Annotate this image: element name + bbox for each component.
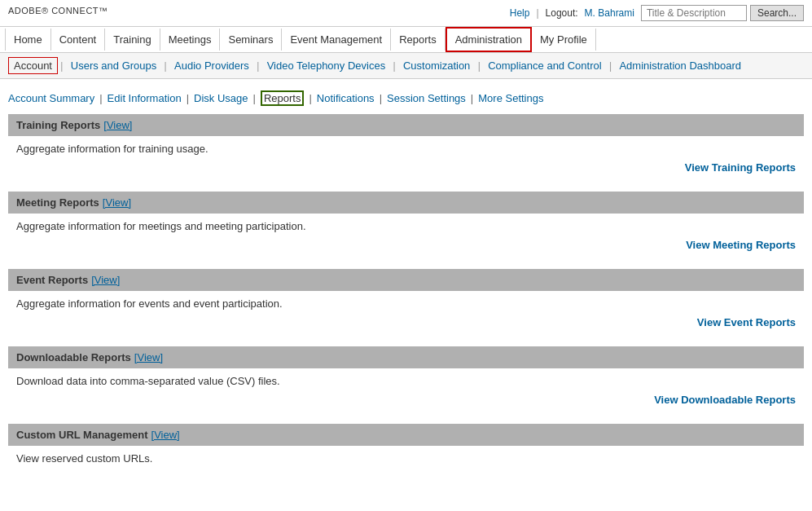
top-bar: ADOBE® CONNECT™ Help | Logout: M. Bahram…: [0, 0, 812, 27]
meeting-reports-description: Aggregate information for meetings and m…: [8, 214, 804, 236]
event-reports-header: Event Reports [View]: [8, 269, 804, 291]
view-downloadable-reports-link[interactable]: View Downloadable Reports: [654, 394, 796, 406]
training-reports-section: Training Reports [View] Aggregate inform…: [8, 114, 804, 178]
downloadable-reports-description: Download data into comma-separated value…: [8, 368, 804, 390]
nav-seminars[interactable]: Seminars: [220, 29, 282, 51]
pn-sep5: |: [380, 92, 382, 104]
subnav-account[interactable]: Account: [8, 57, 58, 74]
custom-url-header: Custom URL Management [View]: [8, 424, 804, 446]
custom-url-title: Custom URL Management: [16, 429, 148, 441]
subnav-audio-providers[interactable]: Audio Providers: [169, 58, 254, 73]
search-area: Search...: [641, 5, 804, 21]
downloadable-reports-view-link[interactable]: [View]: [134, 351, 163, 363]
user-link[interactable]: M. Bahrami: [585, 7, 634, 19]
pn-sep3: |: [253, 92, 256, 104]
sep-4: |: [390, 60, 398, 72]
pagenav-session-settings[interactable]: Session Settings: [387, 92, 466, 104]
nav-home[interactable]: Home: [5, 29, 51, 51]
logout-label: Logout:: [546, 7, 578, 19]
custom-url-section: Custom URL Management [View] View reserv…: [8, 424, 804, 468]
nav-reports[interactable]: Reports: [391, 29, 446, 51]
logo: ADOBE® CONNECT™: [8, 6, 108, 21]
downloadable-reports-section: Downloadable Reports [View] Download dat…: [8, 346, 804, 411]
meeting-reports-header: Meeting Reports [View]: [8, 192, 804, 214]
meeting-reports-view-link[interactable]: [View]: [103, 196, 131, 209]
nav-administration[interactable]: Administration: [446, 27, 532, 52]
pagenav-edit-information[interactable]: Edit Information: [108, 92, 182, 104]
meeting-reports-section: Meeting Reports [View] Aggregate informa…: [8, 192, 804, 256]
subnav-admin-dashboard[interactable]: Administration Dashboard: [614, 58, 746, 73]
view-training-reports-link[interactable]: View Training Reports: [685, 161, 796, 174]
meeting-reports-link-area: View Meeting Reports: [8, 236, 804, 256]
nav-content[interactable]: Content: [51, 29, 106, 51]
training-reports-link-area: View Training Reports: [8, 158, 804, 178]
pn-sep1: |: [99, 92, 102, 104]
nav-meetings[interactable]: Meetings: [160, 29, 221, 51]
pagenav-more-settings[interactable]: More Settings: [478, 92, 543, 104]
search-button[interactable]: Search...: [750, 5, 804, 21]
search-input[interactable]: [641, 5, 747, 21]
meeting-reports-title: Meeting Reports: [16, 196, 99, 209]
sep-1: |: [58, 60, 66, 72]
training-reports-view-link[interactable]: [View]: [103, 119, 132, 131]
pagenav-account-summary[interactable]: Account Summary: [8, 92, 94, 104]
view-meeting-reports-link[interactable]: View Meeting Reports: [686, 239, 796, 251]
pn-sep2: |: [187, 92, 189, 104]
nav-training[interactable]: Training: [105, 29, 160, 51]
nav-event-management[interactable]: Event Management: [282, 29, 391, 51]
training-reports-description: Aggregate information for training usage…: [8, 136, 804, 158]
help-link[interactable]: Help: [510, 7, 530, 19]
event-reports-title: Event Reports: [16, 274, 88, 286]
subnav-customization[interactable]: Customization: [398, 58, 475, 73]
event-reports-section: Event Reports [View] Aggregate informati…: [8, 269, 804, 333]
training-reports-title: Training Reports: [16, 119, 100, 131]
pn-sep4: |: [309, 92, 311, 104]
nav-my-profile[interactable]: My Profile: [532, 29, 596, 51]
pagenav-notifications[interactable]: Notifications: [317, 92, 375, 104]
sep-3: |: [254, 60, 262, 72]
subnav-compliance[interactable]: Compliance and Control: [483, 58, 606, 73]
event-reports-view-link[interactable]: [View]: [91, 274, 120, 286]
custom-url-description: View reserved custom URLs.: [8, 446, 804, 468]
sub-nav: Account | Users and Groups | Audio Provi…: [0, 53, 812, 79]
training-reports-header: Training Reports [View]: [8, 114, 804, 136]
event-reports-link-area: View Event Reports: [8, 313, 804, 333]
sep-2: |: [161, 60, 169, 72]
pagenav-reports[interactable]: Reports: [261, 90, 305, 106]
custom-url-view-link[interactable]: [View]: [151, 429, 180, 441]
separator-1: |: [536, 7, 538, 19]
pn-sep6: |: [471, 92, 473, 104]
view-event-reports-link[interactable]: View Event Reports: [697, 316, 796, 328]
downloadable-reports-header: Downloadable Reports [View]: [8, 346, 804, 368]
pagenav-disk-usage[interactable]: Disk Usage: [194, 92, 248, 104]
content-area: Account Summary | Edit Information | Dis…: [0, 79, 812, 489]
page-nav: Account Summary | Edit Information | Dis…: [0, 79, 812, 114]
logo-text: ADOBE® CONNECT™: [8, 6, 108, 15]
downloadable-reports-link-area: View Downloadable Reports: [8, 390, 804, 411]
event-reports-description: Aggregate information for events and eve…: [8, 291, 804, 313]
top-right-area: Help | Logout: M. Bahrami Search...: [510, 5, 804, 21]
downloadable-reports-title: Downloadable Reports: [16, 351, 131, 363]
sep-5: |: [475, 60, 483, 72]
main-nav: Home Content Training Meetings Seminars …: [0, 27, 812, 53]
subnav-users-groups[interactable]: Users and Groups: [66, 58, 162, 73]
subnav-video-telephony[interactable]: Video Telephony Devices: [262, 58, 391, 73]
sep-6: |: [607, 60, 615, 72]
